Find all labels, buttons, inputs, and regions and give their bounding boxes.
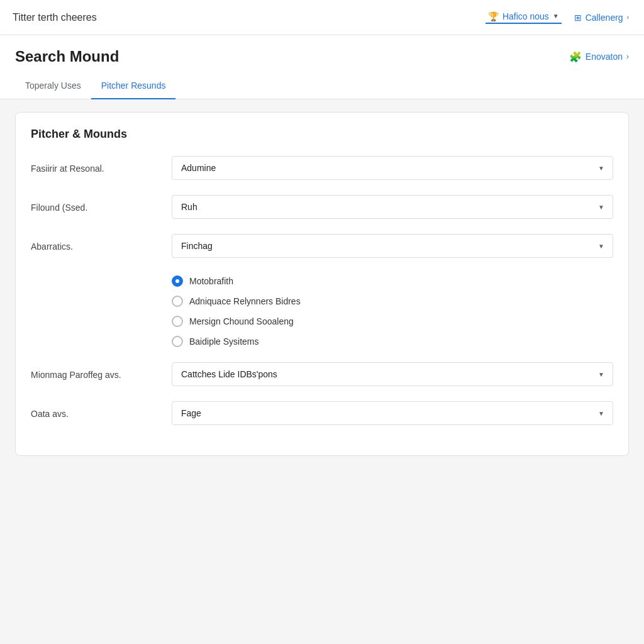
tab-pitcher-resunds[interactable]: Pitcher Resunds xyxy=(91,73,176,99)
main-content: Pitcher & Mounds Fasiirir at Resonal. Ad… xyxy=(0,99,644,469)
nav-item-callenerg-label: Callenerg xyxy=(586,13,623,23)
label-abarratics: Abarratics. xyxy=(31,234,157,252)
select-fasiirir[interactable]: Adumine xyxy=(172,156,613,180)
puzzle-icon: 🧩 xyxy=(569,51,582,63)
form-row-mionmag: Mionmag Paroffeg avs. Cattches Lide IDBs… xyxy=(31,362,613,386)
top-nav-right: 🏆 Hafico nous ▼ ⊞ Callenerg › xyxy=(486,11,631,24)
radio-circle-baidiple xyxy=(172,336,183,347)
label-filound: Filound (Ssed. xyxy=(31,195,157,213)
control-fasiirir: Adumine xyxy=(172,156,613,180)
radio-motobrafith[interactable]: Motobrafith xyxy=(172,275,613,287)
radio-label-mersign: Mersign Chound Sooaleng xyxy=(189,316,294,326)
label-radio xyxy=(31,273,157,280)
card: Pitcher & Mounds Fasiirir at Resonal. Ad… xyxy=(15,112,629,456)
chevron-right-icon: › xyxy=(626,52,629,61)
nav-item-hafico[interactable]: 🏆 Hafico nous ▼ xyxy=(486,11,562,24)
select-wrapper-fasiirir: Adumine xyxy=(172,156,613,180)
form-row-abarratics: Abarratics. Finchag xyxy=(31,234,613,258)
tab-toperaly-uses[interactable]: Toperaly Uses xyxy=(15,73,91,99)
radio-mersign[interactable]: Mersign Chound Sooaleng xyxy=(172,316,613,327)
select-filound[interactable]: Ruh xyxy=(172,195,613,219)
form-row-radio: Motobrafith Adniquace Relynners Bidres M… xyxy=(31,273,613,347)
control-abarratics: Finchag xyxy=(172,234,613,258)
control-radio: Motobrafith Adniquace Relynners Bidres M… xyxy=(172,273,613,347)
top-nav: Titter terth cheeres 🏆 Hafico nous ▼ ⊞ C… xyxy=(0,0,644,35)
form-row-oata: Oata avs. Fage xyxy=(31,401,613,425)
top-nav-title: Titter terth cheeres xyxy=(13,12,97,23)
radio-circle-adniquace xyxy=(172,296,183,307)
form-row-fasiirir: Fasiirir at Resonal. Adumine xyxy=(31,156,613,180)
select-wrapper-oata: Fage xyxy=(172,401,613,425)
label-mionmag: Mionmag Paroffeg avs. xyxy=(31,362,157,380)
select-wrapper-abarratics: Finchag xyxy=(172,234,613,258)
page-header-row: Search Mound 🧩 Enovaton › xyxy=(15,48,629,65)
card-title: Pitcher & Mounds xyxy=(31,128,613,141)
select-abarratics[interactable]: Finchag xyxy=(172,234,613,258)
chevron-down-icon: ▼ xyxy=(553,13,559,19)
tabs: Toperaly Uses Pitcher Resunds xyxy=(15,73,629,99)
radio-baidiple[interactable]: Baidiple Sysitems xyxy=(172,336,613,347)
radio-label-adniquace: Adniquace Relynners Bidres xyxy=(189,296,301,306)
trophy-icon: 🏆 xyxy=(488,11,499,21)
label-oata: Oata avs. xyxy=(31,401,157,419)
enovaton-label: Enovaton xyxy=(586,52,623,62)
select-wrapper-mionmag: Cattches Lide IDBs'pons xyxy=(172,362,613,386)
label-fasiirir: Fasiirir at Resonal. xyxy=(31,156,157,174)
nav-item-callenerg[interactable]: ⊞ Callenerg › xyxy=(572,13,631,23)
chevron-right-icon: › xyxy=(627,14,629,21)
page-header: Search Mound 🧩 Enovaton › Toperaly Uses … xyxy=(0,35,644,99)
nav-item-hafico-label: Hafico nous xyxy=(502,11,549,21)
select-wrapper-filound: Ruh xyxy=(172,195,613,219)
control-mionmag: Cattches Lide IDBs'pons xyxy=(172,362,613,386)
split-icon: ⊞ xyxy=(574,13,582,23)
enovaton-link[interactable]: 🧩 Enovaton › xyxy=(569,51,629,63)
select-oata[interactable]: Fage xyxy=(172,401,613,425)
select-mionmag[interactable]: Cattches Lide IDBs'pons xyxy=(172,362,613,386)
radio-adniquace[interactable]: Adniquace Relynners Bidres xyxy=(172,296,613,307)
radio-circle-mersign xyxy=(172,316,183,327)
radio-group: Motobrafith Adniquace Relynners Bidres M… xyxy=(172,273,613,347)
radio-label-motobrafith: Motobrafith xyxy=(189,276,233,286)
control-filound: Ruh xyxy=(172,195,613,219)
radio-circle-motobrafith xyxy=(172,275,183,287)
radio-label-baidiple: Baidiple Sysitems xyxy=(189,336,259,347)
control-oata: Fage xyxy=(172,401,613,425)
page-title: Search Mound xyxy=(15,48,119,65)
form-row-filound: Filound (Ssed. Ruh xyxy=(31,195,613,219)
